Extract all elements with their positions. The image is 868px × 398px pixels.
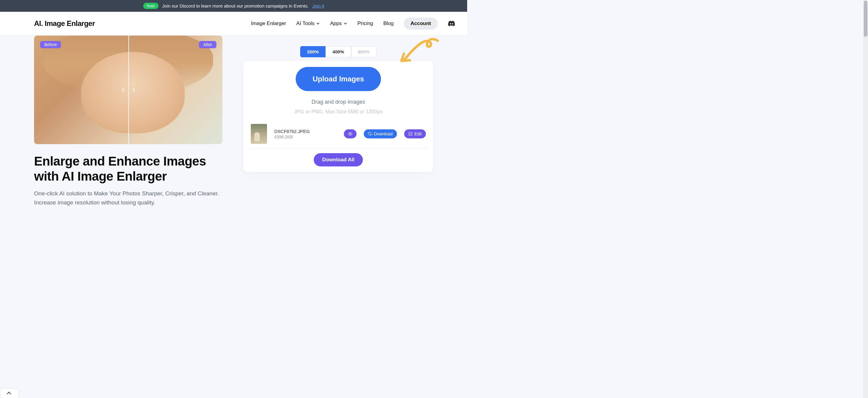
file-info: DSCF8762.JPEG 4398.2KB bbox=[274, 129, 337, 139]
file-thumbnail[interactable] bbox=[251, 124, 267, 144]
nav-blog[interactable]: Blog bbox=[383, 21, 394, 27]
navbar: AI. Image Enlarger Image Enlarger AI Too… bbox=[0, 12, 467, 36]
edit-icon bbox=[408, 132, 412, 136]
file-row: DSCF8762.JPEG 4398.2KB Download Edit bbox=[250, 124, 427, 149]
upload-card: Upload Images Drag and drop images JPG o… bbox=[244, 61, 433, 172]
chevron-down-icon bbox=[344, 22, 347, 25]
nav-apps-label: Apps bbox=[330, 21, 342, 27]
nav-ai-tools-label: AI Tools bbox=[296, 21, 314, 27]
nav-ai-tools[interactable]: AI Tools bbox=[296, 21, 320, 27]
logo[interactable]: AI. Image Enlarger bbox=[34, 19, 95, 28]
compare-handle[interactable] bbox=[122, 83, 135, 96]
scale-400-button[interactable]: 400% bbox=[326, 46, 351, 57]
page-title: Enlarge and Enhance Images with AI Image… bbox=[34, 154, 222, 184]
after-tag: After bbox=[199, 41, 216, 48]
announce-link[interactable]: Join it bbox=[312, 3, 324, 8]
image-compare[interactable]: Before After bbox=[34, 36, 222, 144]
announce-text: Join our Discord to learn more about our… bbox=[162, 3, 309, 8]
chevron-left-icon bbox=[121, 88, 126, 92]
file-name: DSCF8762.JPEG bbox=[274, 129, 337, 134]
account-button[interactable]: Account bbox=[404, 18, 438, 30]
right-column: 200% 400% 800% Upload Images Drag and dr… bbox=[244, 36, 433, 207]
scale-toggle: 200% 400% 800% bbox=[244, 46, 433, 57]
before-tag: Before bbox=[40, 41, 61, 48]
download-label: Download bbox=[374, 131, 393, 136]
cloud-download-icon bbox=[368, 132, 372, 136]
note-badge: Note bbox=[143, 3, 158, 9]
scale-800-button[interactable]: 800% bbox=[351, 46, 376, 57]
file-size: 4398.2KB bbox=[274, 134, 337, 139]
eye-icon bbox=[348, 131, 352, 136]
svg-rect-1 bbox=[409, 132, 412, 136]
left-column: Before After Enlarge and Enhance Images … bbox=[34, 36, 222, 207]
chevron-right-icon bbox=[130, 88, 135, 92]
nav-links: Image Enlarger AI Tools Apps Pricing Blo… bbox=[251, 18, 455, 30]
page-subtitle: One-click AI solution to Make Your Photo… bbox=[34, 189, 222, 207]
chevron-down-icon bbox=[316, 22, 320, 25]
drag-hint: Drag and drop images bbox=[250, 99, 427, 105]
edit-label: Edit bbox=[414, 131, 422, 136]
main-content: Before After Enlarge and Enhance Images … bbox=[0, 36, 467, 207]
scale-200-button[interactable]: 200% bbox=[300, 46, 326, 57]
nav-pricing[interactable]: Pricing bbox=[358, 21, 373, 27]
svg-point-0 bbox=[350, 133, 351, 134]
download-all-button[interactable]: Download All bbox=[314, 153, 363, 166]
download-button[interactable]: Download bbox=[364, 129, 397, 139]
edit-button[interactable]: Edit bbox=[404, 129, 426, 139]
nav-image-enlarger[interactable]: Image Enlarger bbox=[251, 21, 286, 27]
preview-button[interactable] bbox=[344, 129, 356, 139]
announce-bar: Note Join our Discord to learn more abou… bbox=[0, 0, 467, 12]
nav-apps[interactable]: Apps bbox=[330, 21, 347, 27]
upload-button[interactable]: Upload Images bbox=[296, 67, 381, 91]
upload-limits: JPG or PNG. Max Size 5MB or 1200px bbox=[250, 109, 427, 115]
discord-icon[interactable] bbox=[448, 20, 455, 27]
